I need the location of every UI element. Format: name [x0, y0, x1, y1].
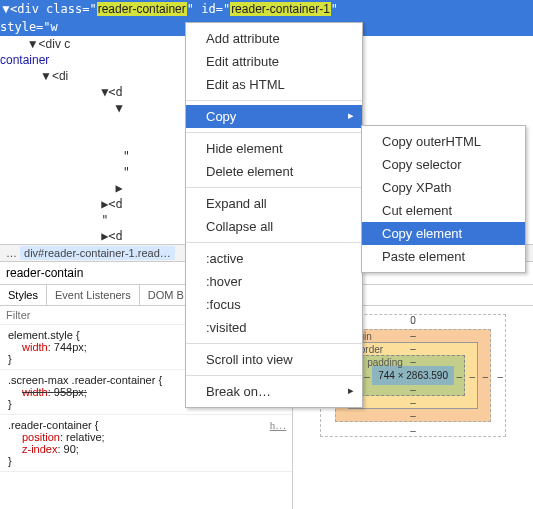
- menu-edit-as-html[interactable]: Edit as HTML: [186, 73, 362, 96]
- rule-selector: .reader-container: [8, 419, 92, 431]
- submenu-paste-element[interactable]: Paste element: [362, 245, 525, 268]
- menu-delete-element[interactable]: Delete element: [186, 160, 362, 183]
- context-menu: Add attribute Edit attribute Edit as HTM…: [185, 22, 363, 408]
- menu-pseudo-hover[interactable]: :hover: [186, 270, 362, 293]
- menu-separator: [186, 242, 362, 243]
- menu-hide-element[interactable]: Hide element: [186, 137, 362, 160]
- id-attr-highlight: reader-container-1: [230, 2, 331, 16]
- class-attr-highlight: reader-container: [97, 2, 187, 16]
- menu-separator: [186, 100, 362, 101]
- menu-edit-attribute[interactable]: Edit attribute: [186, 50, 362, 73]
- menu-pseudo-active[interactable]: :active: [186, 247, 362, 270]
- menu-separator: [186, 132, 362, 133]
- menu-pseudo-focus[interactable]: :focus: [186, 293, 362, 316]
- breadcrumb-selected[interactable]: div#reader-container-1.read…: [20, 246, 175, 260]
- menu-copy[interactable]: Copy: [186, 105, 362, 128]
- menu-scroll-into-view[interactable]: Scroll into view: [186, 348, 362, 371]
- rule-selector: .screen-max .reader-container: [8, 374, 155, 386]
- menu-expand-all[interactable]: Expand all: [186, 192, 362, 215]
- submenu-copy-element[interactable]: Copy element: [362, 222, 525, 245]
- source-link[interactable]: h…: [270, 419, 287, 431]
- menu-add-attribute[interactable]: Add attribute: [186, 27, 362, 50]
- submenu-copy-selector[interactable]: Copy selector: [362, 153, 525, 176]
- submenu-cut-element[interactable]: Cut element: [362, 199, 525, 222]
- context-submenu-copy: Copy outerHTML Copy selector Copy XPath …: [361, 125, 526, 273]
- box-border: border – – – – padding – – – – 744 × 286…: [348, 342, 478, 409]
- tab-event-listeners[interactable]: Event Listeners: [47, 285, 140, 305]
- box-padding: padding – – – – 744 × 2863.590: [361, 355, 465, 396]
- menu-separator: [186, 343, 362, 344]
- rule-selector: element.style: [8, 329, 73, 341]
- selected-element-row[interactable]: ▼<div class="reader-container" id="reade…: [0, 0, 533, 18]
- submenu-copy-outerhtml[interactable]: Copy outerHTML: [362, 130, 525, 153]
- menu-separator: [186, 187, 362, 188]
- menu-collapse-all[interactable]: Collapse all: [186, 215, 362, 238]
- menu-pseudo-visited[interactable]: :visited: [186, 316, 362, 339]
- box-content-size: 744 × 2863.590: [372, 366, 454, 385]
- submenu-copy-xpath[interactable]: Copy XPath: [362, 176, 525, 199]
- menu-separator: [186, 375, 362, 376]
- menu-break-on[interactable]: Break on…: [186, 380, 362, 403]
- style-rule[interactable]: h… .reader-container { position: relativ…: [0, 415, 292, 472]
- tab-styles[interactable]: Styles: [0, 285, 47, 305]
